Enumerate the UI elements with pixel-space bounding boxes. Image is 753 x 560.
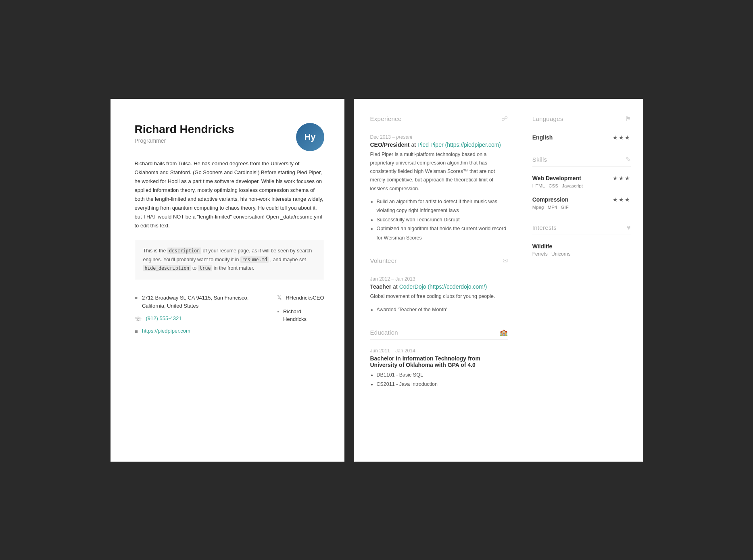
experience-section: Experience ☍ Dec 2013 – present CEO/Pres…: [370, 115, 508, 243]
contact-address: ● 2712 Broadway St, CA 94115, San Franci…: [135, 294, 253, 310]
languages-icon: ⚑: [625, 115, 631, 123]
skill-tags-0: HTML CSS Javascript: [532, 183, 631, 188]
interest-tag: Unicorns: [551, 251, 570, 257]
main-col: Experience ☍ Dec 2013 – present CEO/Pres…: [354, 115, 520, 446]
desc-code-1: description: [167, 248, 201, 254]
skill-stars-0: ★★★: [613, 175, 631, 182]
phone-link[interactable]: (912) 555-4321: [146, 315, 182, 321]
vol-bullets-0: Awarded 'Teacher of the Month': [377, 305, 508, 314]
vol-title-0: Teacher at CoderDojo (https://coderdojo.…: [370, 283, 508, 290]
interest-entry-0: Wildlife Ferrets Unicorns: [532, 243, 631, 257]
contact-website: ■ https://piedpiper.com: [135, 328, 253, 335]
interests-icon: ♥: [627, 224, 631, 231]
skill-tag: MP4: [548, 205, 557, 210]
language-stars-0: ★★★: [613, 134, 631, 141]
skill-tag: GIF: [561, 205, 569, 210]
contact-col-left: ● 2712 Broadway St, CA 94115, San Franci…: [135, 294, 253, 335]
contact-twitter: 𝕏 RHendricksCEO: [277, 294, 324, 302]
skill-entry-1: Compression ★★★ Mpeg MP4 GIF: [532, 196, 631, 210]
profile-header: Richard Hendricks Programmer Hy: [135, 123, 324, 151]
experience-title: Experience: [370, 115, 402, 122]
desc-text-4: to: [191, 265, 198, 271]
volunteer-section-header: Volunteer ✉: [370, 257, 508, 268]
vol-org-link-0[interactable]: CoderDojo (https://coderdojo.com/): [399, 283, 487, 290]
desc-code-2: resume.md: [240, 256, 269, 263]
skills-section: Skills ✎ Web Development ★★★ HTML CSS Ja…: [532, 156, 631, 210]
volunteer-icon: ✉: [503, 257, 508, 264]
experience-section-header: Experience ☍: [370, 115, 508, 126]
skills-icon: ✎: [626, 156, 631, 163]
profile-name: Richard Hendricks: [135, 123, 234, 136]
contact-col-right: 𝕏 RHendricksCEO ▪ Richard Hendricks: [277, 294, 324, 335]
edu-bullets-0: DB1101 - Basic SQL CS2011 - Java Introdu…: [377, 371, 508, 389]
skill-name-0: Web Development: [532, 175, 581, 181]
linkedin-text: Richard Hendricks: [283, 308, 324, 323]
desc-text-3: , and maybe set: [269, 257, 306, 262]
exp-bullets-0: Build an algorithm for artist to detect …: [377, 197, 508, 243]
right-panel: Experience ☍ Dec 2013 – present CEO/Pres…: [354, 99, 643, 462]
volunteer-section: Volunteer ✉ Jan 2012 – Jan 2013 Teacher …: [370, 257, 508, 314]
vol-date-0: Jan 2012 – Jan 2013: [370, 276, 508, 282]
skills-section-header: Skills ✎: [532, 156, 631, 167]
interest-tag: Ferrets: [532, 251, 548, 257]
skill-tag: HTML: [532, 183, 545, 188]
left-panel: Richard Hendricks Programmer Hy Richard …: [111, 99, 344, 462]
list-item: DB1101 - Basic SQL: [377, 371, 508, 380]
volunteer-entry-0: Jan 2012 – Jan 2013 Teacher at CoderDojo…: [370, 276, 508, 314]
exp-title-0: CEO/President at Pied Piper (https://pie…: [370, 142, 508, 148]
desc-text-1: This is the: [143, 248, 167, 254]
skill-tag: Mpeg: [532, 205, 544, 210]
interests-title: Interests: [532, 224, 557, 231]
interest-name-0: Wildlife: [532, 243, 631, 250]
education-entry-0: Jun 2011 – Jan 2014 Bachelor in Informat…: [370, 348, 508, 389]
website-icon: ■: [135, 328, 138, 335]
website-link[interactable]: https://piedpiper.com: [142, 328, 190, 334]
desc-code-4: true: [198, 265, 213, 271]
avatar: Hy: [296, 123, 324, 151]
contact-phone: ☏ (912) 555-4321: [135, 315, 253, 322]
exp-date-0: Dec 2013 – present: [370, 134, 508, 140]
education-section: Education 🏫 Jun 2011 – Jan 2014 Bachelor…: [370, 329, 508, 389]
description-box: This is the description of your resume p…: [135, 240, 324, 279]
list-item: CS2011 - Java Introduction: [377, 380, 508, 389]
list-item: Build an algorithm for artist to detect …: [377, 197, 508, 215]
contact-section: ● 2712 Broadway St, CA 94115, San Franci…: [135, 294, 324, 335]
location-icon: ●: [135, 294, 138, 301]
experience-icon: ☍: [501, 115, 508, 123]
exp-org-link-0[interactable]: Pied Piper (https://piedpiper.com): [417, 142, 501, 148]
vol-desc-0: Global movement of free coding clubs for…: [370, 292, 508, 301]
profile-title: Programmer: [135, 137, 234, 144]
twitter-icon: 𝕏: [277, 294, 282, 301]
skill-tag: CSS: [549, 183, 558, 188]
contact-linkedin: ▪ Richard Hendricks: [277, 308, 324, 323]
skill-entry-0: Web Development ★★★ HTML CSS Javascript: [532, 175, 631, 188]
interest-tags-0: Ferrets Unicorns: [532, 251, 631, 257]
education-title: Education: [370, 329, 398, 336]
edu-title-0: Bachelor in Information Technology from …: [370, 355, 508, 368]
profile-info: Richard Hendricks Programmer: [135, 123, 234, 144]
skill-tag: Javascript: [562, 183, 583, 188]
twitter-text: RHendricksCEO: [286, 294, 324, 302]
language-name-0: English: [532, 134, 553, 141]
language-entry-0: English ★★★: [532, 134, 631, 141]
skill-stars-1: ★★★: [613, 196, 631, 203]
linkedin-icon: ▪: [277, 308, 279, 314]
education-section-header: Education 🏫: [370, 329, 508, 340]
skill-header-0: Web Development ★★★: [532, 175, 631, 182]
interests-section-header: Interests ♥: [532, 224, 631, 235]
edu-date-0: Jun 2011 – Jan 2014: [370, 348, 508, 354]
resume-container: Richard Hendricks Programmer Hy Richard …: [94, 83, 659, 478]
side-col: Languages ⚑ English ★★★ Skills ✎ Web Dev…: [520, 115, 643, 446]
volunteer-title: Volunteer: [370, 257, 397, 264]
list-item: Awarded 'Teacher of the Month': [377, 305, 508, 314]
desc-code-3: hide_description: [143, 265, 191, 271]
skill-tags-1: Mpeg MP4 GIF: [532, 205, 631, 210]
desc-text-5: in the front matter.: [212, 265, 254, 271]
skills-title: Skills: [532, 156, 547, 163]
bio-text: Richard hails from Tulsa. He has earned …: [135, 159, 324, 231]
languages-title: Languages: [532, 115, 563, 122]
education-icon: 🏫: [500, 329, 508, 336]
exp-desc-0: Pied Piper is a multi-platform technolog…: [370, 150, 508, 193]
address-text: 2712 Broadway St, CA 94115, San Francisc…: [142, 294, 253, 310]
list-item: Successfully won Techcrunch Disrupt: [377, 215, 508, 225]
